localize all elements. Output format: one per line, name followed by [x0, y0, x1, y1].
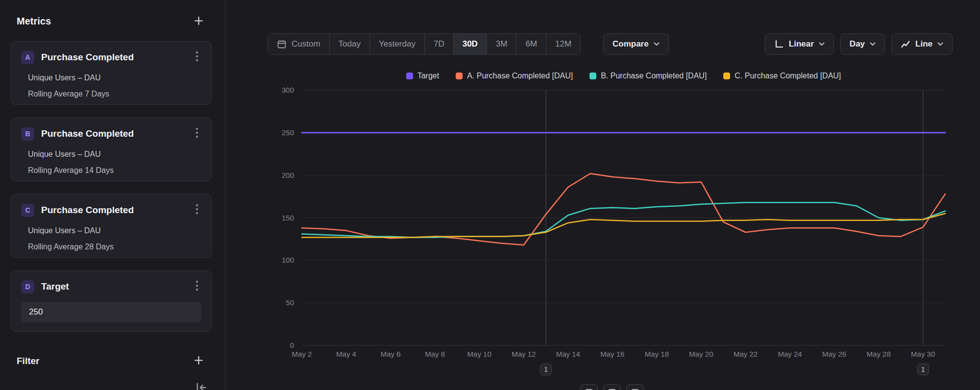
metric-badge: C — [21, 204, 34, 217]
chart-action-button-1[interactable] — [580, 384, 598, 390]
metric-title: Target — [41, 281, 193, 292]
legend-label: B. Purchase Completed [DAU] — [601, 72, 707, 80]
metric-title: Purchase Completed — [41, 205, 193, 216]
series-line-a — [302, 173, 945, 245]
svg-text:May 30: May 30 — [911, 350, 935, 358]
svg-text:May 8: May 8 — [425, 350, 445, 358]
sidebar-header: Metrics — [17, 16, 203, 27]
metric-measurement[interactable]: Unique Users – DAU — [28, 73, 201, 82]
collapse-sidebar-button[interactable] — [195, 381, 208, 390]
legend-swatch — [723, 73, 730, 79]
plus-icon — [194, 356, 203, 366]
legend-item-target[interactable]: Target — [406, 72, 439, 80]
svg-text:150: 150 — [282, 214, 294, 222]
svg-text:May 26: May 26 — [822, 350, 846, 358]
kebab-menu-icon[interactable] — [193, 203, 201, 218]
svg-text:100: 100 — [282, 256, 294, 264]
series-line-c — [302, 214, 945, 238]
sidebar-title: Metrics — [17, 16, 51, 27]
svg-text:May 18: May 18 — [645, 350, 669, 358]
collapse-arrow-icon — [195, 381, 208, 390]
filter-title: Filter — [17, 356, 39, 366]
chart-legend: Target A. Purchase Completed [DAU] B. Pu… — [302, 72, 945, 80]
svg-text:May 10: May 10 — [467, 350, 491, 358]
metric-detail[interactable]: Rolling Average 14 Days — [28, 166, 201, 175]
metric-detail[interactable]: Rolling Average 7 Days — [28, 90, 201, 98]
legend-item-b[interactable]: B. Purchase Completed [DAU] — [589, 72, 707, 80]
legend-label: C. Purchase Completed [DAU] — [735, 72, 841, 80]
metric-measurement[interactable]: Unique Users – DAU — [28, 150, 201, 159]
add-filter-button[interactable] — [194, 356, 203, 366]
metric-detail[interactable]: Rolling Average 28 Days — [28, 243, 201, 251]
kebab-menu-icon[interactable] — [193, 279, 201, 294]
legend-label: A. Purchase Completed [DAU] — [467, 72, 573, 80]
annotation-badge[interactable]: 1 — [917, 364, 929, 375]
legend-label: Target — [417, 72, 439, 80]
metric-badge: B — [21, 127, 34, 141]
svg-text:May 24: May 24 — [778, 350, 802, 358]
metric-card-c[interactable]: C Purchase Completed Unique Users – DAU … — [11, 194, 212, 258]
metric-badge: A — [21, 51, 34, 64]
metric-card-header: A Purchase Completed — [21, 50, 201, 65]
annotation-badge[interactable]: 1 — [540, 364, 552, 375]
metric-title: Purchase Completed — [41, 52, 193, 63]
add-metric-button[interactable] — [194, 16, 203, 27]
metric-badge: D — [21, 280, 34, 293]
svg-text:May 14: May 14 — [556, 350, 580, 358]
svg-text:May 2: May 2 — [292, 350, 312, 358]
plus-icon — [194, 16, 203, 27]
metric-card-header: B Purchase Completed — [21, 126, 201, 141]
metric-title: Purchase Completed — [41, 128, 193, 139]
metric-card-a[interactable]: A Purchase Completed Unique Users – DAU … — [11, 41, 212, 105]
svg-text:200: 200 — [282, 171, 294, 179]
svg-text:May 22: May 22 — [734, 350, 758, 358]
legend-swatch — [456, 73, 463, 79]
filter-section-header: Filter — [17, 356, 203, 366]
metric-measurement[interactable]: Unique Users – DAU — [28, 226, 201, 235]
metric-card-header: C Purchase Completed — [21, 203, 201, 218]
svg-text:May 20: May 20 — [689, 350, 713, 358]
svg-text:50: 50 — [286, 298, 294, 307]
legend-swatch — [406, 73, 413, 79]
svg-text:May 6: May 6 — [381, 350, 401, 358]
chart-action-button-2[interactable] — [603, 384, 621, 390]
legend-swatch — [589, 73, 596, 79]
metrics-sidebar: Metrics A Purchase Completed Unique User… — [0, 0, 225, 390]
kebab-menu-icon[interactable] — [193, 50, 201, 65]
target-value-input[interactable] — [21, 302, 201, 322]
kebab-menu-icon[interactable] — [193, 126, 201, 141]
svg-text:May 4: May 4 — [336, 350, 356, 358]
legend-item-a[interactable]: A. Purchase Completed [DAU] — [456, 72, 573, 80]
svg-text:May 28: May 28 — [867, 350, 891, 358]
svg-text:May 12: May 12 — [512, 350, 536, 358]
metric-card-header: D Target — [21, 279, 201, 294]
chart-action-buttons — [580, 384, 644, 390]
svg-text:300: 300 — [282, 86, 294, 94]
chart-action-button-3[interactable] — [626, 384, 644, 390]
svg-text:0: 0 — [290, 341, 294, 349]
target-card[interactable]: D Target — [11, 270, 212, 332]
svg-text:250: 250 — [282, 128, 294, 137]
svg-text:May 16: May 16 — [600, 350, 624, 358]
metric-card-b[interactable]: B Purchase Completed Unique Users – DAU … — [11, 118, 212, 181]
legend-item-c[interactable]: C. Purchase Completed [DAU] — [723, 72, 841, 80]
